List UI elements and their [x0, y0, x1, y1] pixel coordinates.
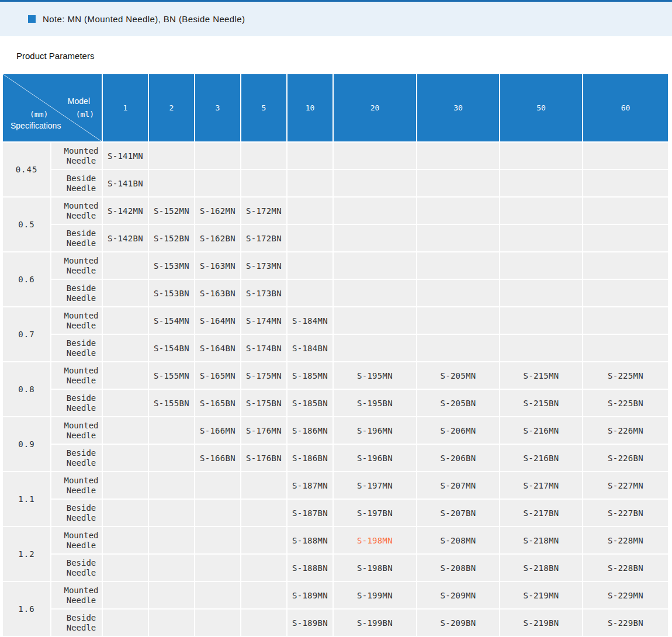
needle-type-cell: Mounted Needle [51, 198, 102, 224]
model-cell: S-205BN [417, 390, 499, 416]
model-cell [103, 610, 148, 636]
model-cell: S-216MN [500, 417, 582, 444]
model-cell: S-197BN [334, 500, 416, 526]
model-cell [287, 143, 332, 169]
model-cell: S-165MN [195, 362, 240, 389]
model-cell [103, 472, 148, 498]
needle-type-cell: Beside Needle [51, 610, 102, 636]
model-cell: S-225BN [583, 390, 668, 416]
model-cell: S-227MN [583, 472, 668, 498]
model-cell: S-163MN [195, 252, 240, 279]
table-row: Beside NeedleS-189BNS-199BNS-209BNS-219B… [3, 610, 668, 636]
model-cell: S-186BN [287, 445, 332, 471]
model-cell: S-216BN [500, 445, 582, 471]
model-cell: S-205MN [417, 362, 499, 389]
note-bar: Note: MN (Mounted Needle), BN (Beside Ne… [0, 2, 672, 36]
model-cell: S-163BN [195, 280, 240, 306]
model-cell [195, 555, 240, 581]
model-cell: S-219MN [500, 582, 582, 608]
model-cell: S-227BN [583, 500, 668, 526]
table-row: 1.6Mounted NeedleS-189MNS-199MNS-209MNS-… [3, 582, 668, 608]
model-cell: S-166BN [195, 445, 240, 471]
model-cell: S-176BN [241, 445, 286, 471]
model-cell [417, 198, 499, 224]
model-cell: S-153BN [149, 280, 194, 306]
needle-type-cell: Beside Needle [51, 445, 102, 471]
needle-type-cell: Mounted Needle [51, 362, 102, 389]
model-cell [287, 280, 332, 306]
model-cell [583, 198, 668, 224]
model-cell [149, 555, 194, 581]
model-cell [583, 143, 668, 169]
model-cell [149, 472, 194, 498]
spec-cell: 0.45 [3, 143, 50, 196]
spec-cell: 1.2 [3, 527, 50, 581]
model-cell [241, 170, 286, 196]
model-cell [500, 143, 582, 169]
table-row: Beside NeedleS-187BNS-197BNS-207BNS-217B… [3, 500, 668, 526]
table-row: 0.7Mounted NeedleS-154MNS-164MNS-174MNS-… [3, 307, 668, 334]
needle-type-cell: Mounted Needle [51, 252, 102, 279]
model-cell: S-166MN [195, 417, 240, 444]
model-cell [583, 225, 668, 251]
model-cell [583, 307, 668, 334]
model-cell [287, 252, 332, 279]
model-cell: S-209BN [417, 610, 499, 636]
model-cell [334, 335, 416, 361]
model-cell [149, 610, 194, 636]
needle-type-cell: Beside Needle [51, 280, 102, 306]
product-parameters-table: Model(ml)(mm)Specifications1235102030506… [2, 73, 669, 637]
model-cell [149, 170, 194, 196]
model-cell [417, 280, 499, 306]
model-cell: S-165BN [195, 390, 240, 416]
model-cell: S-226MN [583, 417, 668, 444]
model-cell [500, 307, 582, 334]
model-cell: S-174BN [241, 335, 286, 361]
model-cell: S-175BN [241, 390, 286, 416]
table-body: 0.45Mounted NeedleS-141MNBeside NeedleS-… [3, 143, 668, 636]
model-cell: S-175MN [241, 362, 286, 389]
needle-type-cell: Mounted Needle [51, 527, 102, 553]
model-cell [417, 143, 499, 169]
model-column-header: 20 [334, 74, 416, 141]
model-cell: S-184BN [287, 335, 332, 361]
model-cell [241, 582, 286, 608]
spec-cell: 1.1 [3, 472, 50, 526]
needle-type-cell: Mounted Needle [51, 417, 102, 444]
model-cell: S-154MN [149, 307, 194, 334]
table-row: 0.45Mounted NeedleS-141MN [3, 143, 668, 169]
model-cell [287, 198, 332, 224]
model-cell [103, 252, 148, 279]
model-cell: S-174MN [241, 307, 286, 334]
corner-model-label: Model [68, 96, 90, 106]
model-cell [149, 417, 194, 444]
model-cell: S-197MN [334, 472, 416, 498]
table-row: 0.5Mounted NeedleS-142MNS-152MNS-162MNS-… [3, 198, 668, 224]
model-column-header: 30 [417, 74, 499, 141]
model-cell: S-187BN [287, 500, 332, 526]
model-cell: S-141MN [103, 143, 148, 169]
table-row: Beside NeedleS-142BNS-152BNS-162BNS-172B… [3, 225, 668, 251]
model-cell [417, 170, 499, 196]
model-cell [241, 143, 286, 169]
table-row: Beside NeedleS-188BNS-198BNS-208BNS-218B… [3, 555, 668, 581]
model-cell: S-209MN [417, 582, 499, 608]
spec-cell: 0.8 [3, 362, 50, 416]
model-cell: S-185BN [287, 390, 332, 416]
needle-type-cell: Beside Needle [51, 225, 102, 251]
model-cell: S-215MN [500, 362, 582, 389]
model-cell [103, 307, 148, 334]
model-cell: S-206MN [417, 417, 499, 444]
corner-diagonal-line [3, 74, 102, 141]
model-cell [500, 225, 582, 251]
model-cell: S-218BN [500, 555, 582, 581]
model-cell: S-155MN [149, 362, 194, 389]
table-row: 0.6Mounted NeedleS-153MNS-163MNS-173MN [3, 252, 668, 279]
model-cell: S-155BN [149, 390, 194, 416]
model-cell: S-173BN [241, 280, 286, 306]
model-column-header: 10 [287, 74, 332, 141]
corner-spec-unit: (mm) [30, 110, 48, 119]
model-cell: S-154BN [149, 335, 194, 361]
model-cell: S-229BN [583, 610, 668, 636]
model-cell [417, 335, 499, 361]
